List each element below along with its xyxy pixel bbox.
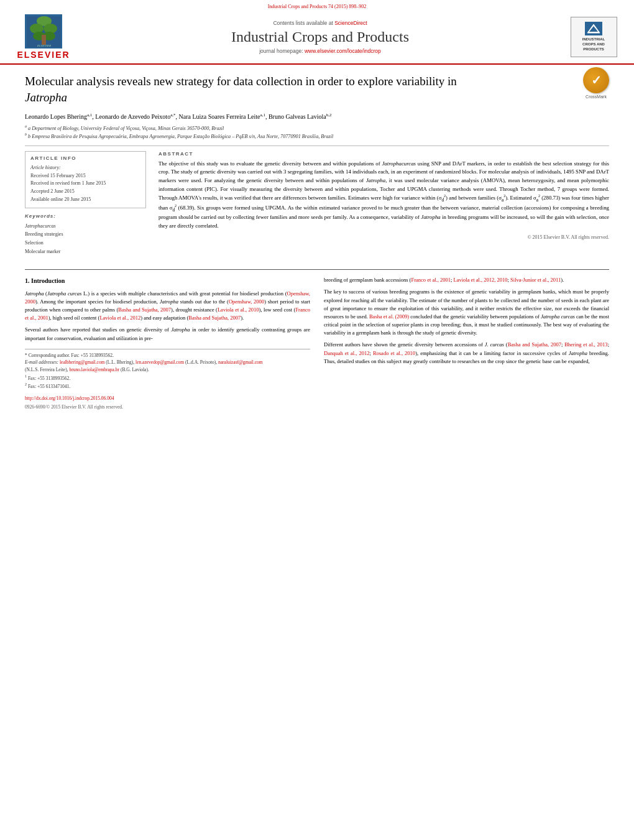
affiliations: a a Department of Biology, University Fe…	[25, 124, 609, 141]
journal-title-center: Contents lists available at ScienceDirec…	[75, 20, 566, 54]
top-bar: Industrial Crops and Products 74 (2015) …	[12, 4, 622, 9]
email-laviola[interactable]: bruno.laviola@embrapa.br	[69, 367, 119, 372]
kw-1: Jatrophacurcas	[25, 222, 146, 231]
fn-2: 2 Fax: +55 6133471041.	[25, 382, 310, 390]
abstract-text: The objective of this study was to evalu…	[158, 160, 609, 231]
abstract-label: ABSTRACT	[158, 151, 609, 157]
body-para-2: Several authors have reported that studi…	[25, 326, 310, 342]
fn-emails: E-mail addresses: lealbhering@gmail.com …	[25, 359, 310, 366]
journal-logo-text: INDUSTRIAL CROPS AND PRODUCTS	[582, 37, 605, 52]
footnote-area: * Corresponding author. Fax: +55 3138993…	[25, 349, 310, 390]
crossmark-area: ✓ CrossMark	[583, 67, 609, 99]
article-container: Molecular analysis reveals new strategy …	[0, 65, 634, 262]
ref-basha-2009[interactable]: Basha et al. (2009)	[369, 313, 409, 320]
journal-title-text: Industrial Crops and Products	[75, 29, 566, 45]
body-divider	[25, 269, 609, 270]
authors: Leonardo Lopes Bheringa,1, Leonardo de A…	[25, 111, 609, 121]
sciencedirect-link[interactable]: ScienceDirect	[334, 20, 367, 26]
body-right-para-3: Different authors have shown the genetic…	[324, 341, 609, 366]
homepage-url[interactable]: www.elsevier.com/locate/indcrop	[305, 48, 381, 54]
copyright-line: © 2015 Elsevier B.V. All rights reserved…	[158, 234, 609, 240]
page-wrapper: Industrial Crops and Products 74 (2015) …	[0, 0, 634, 840]
keywords-label: Keywords:	[25, 213, 146, 219]
footer-links: http://dx.doi.org/10.1016/j.indcrop.2015…	[25, 395, 310, 402]
body-content: 1. Introduction Jatropha (Jatropha curca…	[0, 276, 634, 410]
available-date: Available online 20 June 2015	[30, 196, 140, 204]
ref-basha-sujatha[interactable]: Basha and Sujatha, 2007	[508, 341, 561, 348]
divider-line	[25, 145, 609, 146]
ref-basha-2007a[interactable]: Basha and Sujatha, 2007	[118, 307, 171, 313]
elsevier-tree-icon: ELSEVIER	[25, 14, 62, 48]
article-info-abstract: ARTICLE INFO Article history: Received 1…	[25, 151, 609, 256]
authors-text: Leonardo Lopes Bheringa,1, Leonardo de A…	[25, 113, 331, 120]
body-col-right: breeding of germplasm bank accessions (F…	[324, 276, 609, 410]
svg-rect-6	[42, 35, 46, 45]
kw-2: Breeding strategies	[25, 230, 146, 239]
ref-rosado[interactable]: Rosado et al., 2010	[373, 350, 415, 356]
journal-logo-box: INDUSTRIAL CROPS AND PRODUCTS	[571, 17, 617, 57]
journal-logo-icon	[585, 22, 602, 35]
col-left: ARTICLE INFO Article history: Received 1…	[25, 151, 146, 256]
header-content: ELSEVIER ELSEVIER Contents lists availab…	[12, 12, 622, 63]
keywords-box: Keywords: Jatrophacurcas Breeding strate…	[25, 213, 146, 256]
article-title: Molecular analysis reveals new strategy …	[25, 73, 472, 105]
footer-copyright: 0926-6690/© 2015 Elsevier B.V. All right…	[25, 404, 310, 411]
journal-header: Industrial Crops and Products 74 (2015) …	[0, 0, 634, 65]
email-peixoto[interactable]: len.azevedop@gmail.com	[136, 359, 184, 365]
fn-emails-2: (N.L.S. Ferreira Leite), bruno.laviola@e…	[25, 366, 310, 374]
body-col-left: 1. Introduction Jatropha (Jatropha curca…	[25, 276, 310, 410]
body-right-para-2: The key to success of various breeding p…	[324, 288, 609, 337]
affiliation-a: a a Department of Biology, University Fe…	[25, 124, 609, 132]
revised-date: Received in revised form 1 June 2015	[30, 180, 140, 188]
accepted-date: Accepted 2 June 2015	[30, 188, 140, 196]
body-right-para-1: breeding of germplasm bank accessions (F…	[324, 276, 609, 284]
crossmark-text: CrossMark	[583, 95, 609, 99]
body-para-1: Jatropha (Jatropha curcas L.) is a speci…	[25, 290, 310, 323]
received-date: Received 15 February 2015	[30, 172, 140, 180]
email-bhering[interactable]: lealbhering@gmail.com	[60, 359, 105, 365]
fn-corresponding: * Corresponding author. Fax: +55 3138993…	[25, 352, 310, 359]
ref-danquah[interactable]: Danquah et al., 2012	[324, 350, 369, 356]
article-info-box: ARTICLE INFO Article history: Received 1…	[25, 151, 146, 208]
journal-homepage: journal homepage: www.elsevier.com/locat…	[75, 48, 566, 54]
ref-franco-2001b[interactable]: Franco et al., 2001	[411, 277, 451, 283]
svg-text:ELSEVIER: ELSEVIER	[36, 44, 50, 47]
ref-bhering-2013[interactable]: Bhering et al., 2013	[564, 341, 608, 348]
kw-3: Selection	[25, 239, 146, 247]
ref-laviola-2012[interactable]: Laviola et al., 2012	[99, 315, 140, 321]
kw-4: Molecular marker	[25, 247, 146, 256]
ref-laviola-2010[interactable]: Laviola et al., 2010	[218, 307, 259, 313]
title-area: Molecular analysis reveals new strategy …	[25, 73, 609, 111]
ref-silva-2011[interactable]: Silva-Junior et al., 2011	[510, 277, 561, 283]
col-right: ABSTRACT The objective of this study was…	[158, 151, 609, 256]
email-leite[interactable]: naraluizasf@gmail.com	[218, 359, 263, 365]
crossmark-badge: ✓	[583, 67, 609, 93]
section-1-heading: 1. Introduction	[25, 276, 310, 286]
journal-ref: Industrial Crops and Products 74 (2015) …	[268, 4, 367, 9]
fn-1: 1 Fax: +55 3138993562.	[25, 374, 310, 382]
article-info-label: ARTICLE INFO	[30, 155, 140, 161]
doi-link[interactable]: http://dx.doi.org/10.1016/j.indcrop.2015…	[25, 395, 114, 401]
elsevier-label: ELSEVIER	[17, 50, 70, 60]
keyword-list: Jatrophacurcas Breeding strategies Selec…	[25, 222, 146, 256]
elsevier-logo: ELSEVIER ELSEVIER	[12, 14, 75, 60]
journal-logo-right: INDUSTRIAL CROPS AND PRODUCTS	[566, 17, 622, 57]
article-history: Article history: Received 15 February 20…	[30, 164, 140, 204]
history-label: Article history:	[30, 165, 61, 170]
affiliation-b: b b Empresa Brasileira de Pesquisa Agrop…	[25, 132, 609, 141]
ref-basha-2007b[interactable]: Basha and Sujatha, 2007	[188, 315, 241, 321]
contents-line: Contents lists available at ScienceDirec…	[75, 20, 566, 26]
ref-laviola-2012b[interactable]: Laviola et al., 2012, 2010	[453, 277, 507, 283]
ref-openshaw-2000b[interactable]: Openshaw, 2000	[229, 298, 264, 305]
